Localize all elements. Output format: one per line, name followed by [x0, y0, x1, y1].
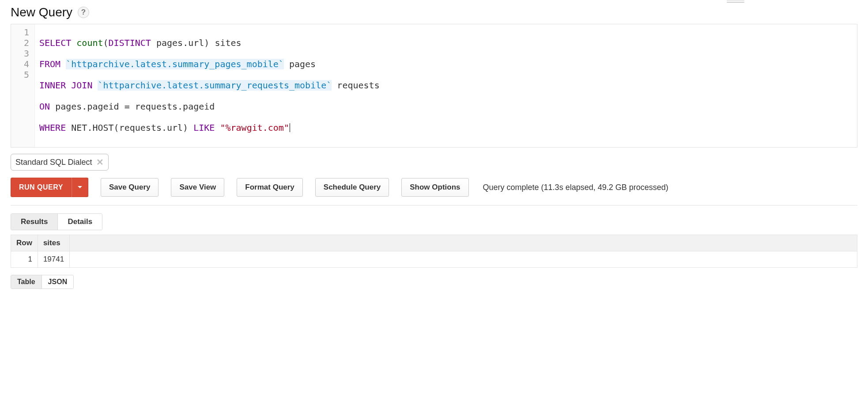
sql-editor[interactable]: 1 2 3 4 5 SELECT count(DISTINCT pages.ur…	[11, 24, 857, 148]
cell-row: 1	[11, 251, 38, 268]
view-table[interactable]: Table	[11, 275, 42, 289]
chip-label: Standard SQL Dialect	[15, 158, 92, 167]
line-number: 4	[16, 59, 29, 69]
cell-empty	[70, 251, 857, 268]
schedule-query-button[interactable]: Schedule Query	[315, 178, 389, 197]
query-status: Query complete (11.3s elapsed, 49.2 GB p…	[483, 183, 668, 192]
pane-divider	[11, 205, 857, 205]
code-text: pages.url) sites	[151, 38, 242, 48]
code-text: NET.HOST(requests.url)	[66, 122, 193, 133]
string-literal: "%rawgit.com"	[220, 122, 289, 133]
save-query-button[interactable]: Save Query	[101, 178, 159, 197]
tab-details[interactable]: Details	[57, 214, 102, 230]
table-name: `httparchive.latest.summary_pages_mobile…	[66, 59, 284, 69]
run-query-dropdown[interactable]	[72, 178, 88, 197]
result-tabs: Results Details	[11, 213, 102, 230]
results-table: Row sites 1 19741	[11, 235, 857, 268]
col-empty	[70, 235, 857, 251]
line-number: 1	[16, 27, 29, 38]
cell-sites: 19741	[38, 251, 69, 268]
line-number: 2	[16, 38, 29, 48]
kw-join: JOIN	[71, 80, 92, 91]
line-number: 3	[16, 48, 29, 59]
table-row: 1 19741	[11, 251, 857, 268]
text-cursor	[290, 123, 290, 132]
toolbar: RUN QUERY Save Query Save View Format Qu…	[11, 178, 857, 197]
help-icon[interactable]: ?	[78, 7, 89, 18]
paren: (	[103, 38, 109, 48]
kw-on: ON	[39, 101, 50, 112]
code-text: requests	[332, 80, 379, 91]
col-row: Row	[11, 235, 38, 251]
code-text: pages	[284, 59, 316, 69]
kw-inner: INNER	[39, 80, 66, 91]
table-name: `httparchive.latest.summary_requests_mob…	[98, 80, 332, 91]
format-query-button[interactable]: Format Query	[237, 178, 302, 197]
kw-like: LIKE	[193, 122, 215, 133]
sql-dialect-chip: Standard SQL Dialect ✕	[11, 154, 109, 171]
save-view-button[interactable]: Save View	[171, 178, 224, 197]
editor-content[interactable]: SELECT count(DISTINCT pages.url) sites F…	[35, 24, 857, 147]
fn-count: count	[76, 38, 103, 48]
tab-results[interactable]: Results	[11, 214, 57, 230]
result-view-toggle: Table JSON	[11, 275, 74, 289]
run-query-group: RUN QUERY	[11, 178, 88, 197]
kw-where: WHERE	[39, 122, 66, 133]
editor-gutter: 1 2 3 4 5	[11, 24, 35, 147]
run-query-button[interactable]: RUN QUERY	[11, 178, 72, 197]
page-title: New Query	[11, 5, 72, 19]
line-number: 5	[16, 69, 29, 80]
show-options-button[interactable]: Show Options	[401, 178, 468, 197]
kw-select: SELECT	[39, 38, 71, 48]
code-text	[215, 122, 220, 133]
chevron-down-icon	[77, 186, 83, 189]
col-sites: sites	[38, 235, 69, 251]
drag-handle-icon[interactable]	[727, 0, 744, 3]
table-header-row: Row sites	[11, 235, 857, 251]
kw-from: FROM	[39, 59, 60, 69]
close-icon[interactable]: ✕	[96, 157, 104, 167]
kw-distinct: DISTINCT	[109, 38, 151, 48]
code-text: pages.pageid = requests.pageid	[50, 101, 215, 112]
view-json[interactable]: JSON	[42, 275, 74, 289]
